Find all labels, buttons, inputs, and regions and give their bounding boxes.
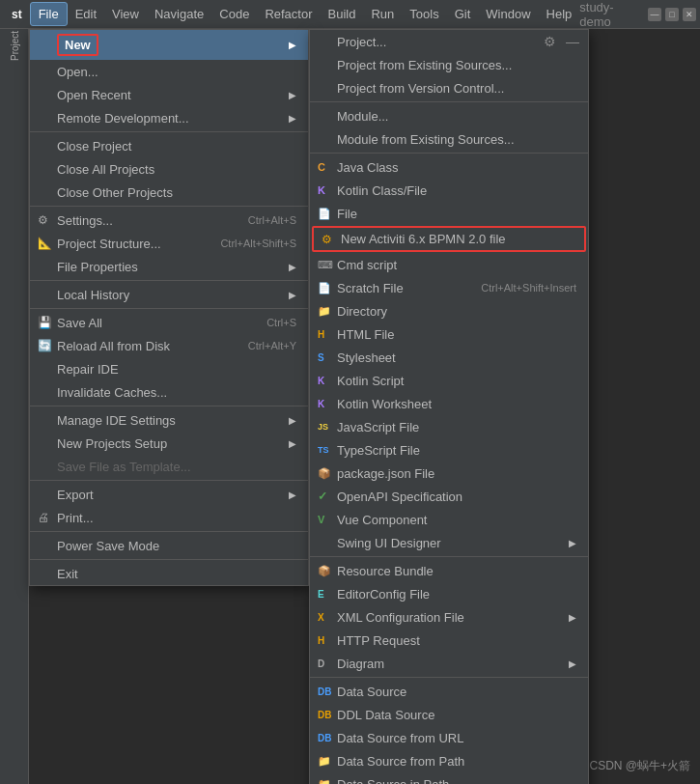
menu-window[interactable]: Window [478,3,538,25]
sub-separator-3 [310,556,588,557]
menu-code[interactable]: Code [211,3,257,25]
submenu-item-xml-config[interactable]: X XML Configuration File ▶ [310,605,588,629]
file-label: File [337,207,357,221]
menu-file[interactable]: File [30,2,68,26]
menu-item-reload-disk[interactable]: 🔄 Reload All from Disk Ctrl+Alt+Y [30,334,308,357]
maximize-button[interactable]: □ [665,8,679,21]
menu-item-power-save[interactable]: Power Save Mode [30,534,308,557]
file-properties-label: File Properties [57,260,138,274]
separator-7 [30,531,308,532]
bpmn-icon: ⚙ [322,233,332,246]
submenu-item-project-existing[interactable]: Project from Existing Sources... [310,53,588,76]
submenu-item-kotlin-script[interactable]: K Kotlin Script [310,369,588,392]
app-logo: st [4,4,30,25]
submenu-item-project[interactable]: Project... [310,30,588,53]
menu-item-invalidate-caches[interactable]: Invalidate Caches... [30,380,308,404]
submenu-item-resource-bundle[interactable]: 📦 Resource Bundle [310,559,588,582]
menu-run[interactable]: Run [363,3,402,25]
menu-git[interactable]: Git [447,3,479,25]
menu-build[interactable]: Build [321,3,364,25]
submenu-item-vue-component[interactable]: V Vue Component [310,508,588,531]
submenu-item-java-class[interactable]: C Java Class [310,155,588,179]
submenu-item-directory[interactable]: 📁 Directory [310,299,588,322]
swing-ui-arrow: ▶ [569,538,576,548]
menu-refactor[interactable]: Refactor [257,3,320,25]
submenu-item-module-existing[interactable]: Module from Existing Sources... [310,127,588,151]
menu-item-remote-dev[interactable]: Remote Development... ▶ [30,106,308,129]
reload-label: Reload All from Disk [57,339,170,353]
minimize-button[interactable]: — [648,8,661,21]
submenu-item-openapi[interactable]: ✓ OpenAPI Specification [310,485,588,508]
submenu-item-diagram[interactable]: D Diagram ▶ [310,652,588,675]
menu-item-print[interactable]: 🖨 Print... [30,506,308,529]
close-button[interactable]: ✕ [683,8,696,21]
menu-item-settings[interactable]: ⚙ Settings... Ctrl+Alt+S [30,209,308,232]
menu-item-new-projects-setup[interactable]: New Projects Setup ▶ [30,432,308,455]
submenu-item-package-json[interactable]: 📦 package.json File [310,462,588,485]
window-controls: — □ ✕ [648,8,696,21]
menu-item-new[interactable]: New ▶ [30,30,308,60]
submenu-item-html-file[interactable]: H HTML File [310,322,588,346]
submenu-item-scratch-file[interactable]: 📄 Scratch File Ctrl+Alt+Shift+Insert [310,276,588,299]
sidebar-project-icon[interactable]: Project [2,33,27,58]
submenu-item-project-vcs[interactable]: Project from Version Control... [310,76,588,99]
sub-separator-2 [310,153,588,154]
repair-label: Repair IDE [57,362,119,377]
submenu-item-file[interactable]: 📄 File [310,202,588,225]
editor-config-label: EditorConfig File [337,587,430,602]
menu-edit[interactable]: Edit [68,3,104,25]
submenu-item-editor-config[interactable]: E EditorConfig File [310,582,588,605]
menu-item-close-project[interactable]: Close Project [30,134,308,157]
menu-item-project-structure[interactable]: 📐 Project Structure... Ctrl+Alt+Shift+S [30,232,308,255]
menu-view[interactable]: View [104,3,147,25]
separator-8 [30,559,308,560]
menu-item-manage-ide[interactable]: Manage IDE Settings ▶ [30,408,308,432]
package-json-label: package.json File [337,466,434,481]
menu-navigate[interactable]: Navigate [147,3,211,25]
directory-label: Directory [337,304,387,319]
submenu-item-bpmn[interactable]: ⚙ New Activiti 6.x BPMN 2.0 file [312,226,586,252]
submenu-item-module[interactable]: Module... [310,104,588,127]
print-icon: 🖨 [38,511,49,524]
open-recent-arrow: ▶ [289,90,296,100]
menu-tools[interactable]: Tools [402,3,446,25]
submenu-item-data-source-in-path[interactable]: 📁 Data Source in Path [310,772,588,784]
save-all-label: Save All [57,316,102,330]
scratch-shortcut: Ctrl+Alt+Shift+Insert [481,282,576,294]
submenu-item-data-source-url[interactable]: DB Data Source from URL [310,726,588,749]
java-class-icon: C [318,161,325,173]
menu-item-close-all-projects[interactable]: Close All Projects [30,157,308,181]
submenu-item-data-source-path[interactable]: 📁 Data Source from Path [310,749,588,772]
menu-item-repair-ide[interactable]: Repair IDE [30,357,308,380]
file-menu-dropdown: New ▶ Open... Open Recent ▶ Remote Devel… [29,29,309,586]
menu-item-close-other-projects[interactable]: Close Other Projects [30,181,308,204]
submenu-item-typescript-file[interactable]: TS TypeScript File [310,438,588,462]
menu-item-open[interactable]: Open... [30,60,308,83]
resource-bundle-label: Resource Bundle [337,564,434,578]
menu-item-save-all[interactable]: 💾 Save All Ctrl+S [30,311,308,334]
save-all-shortcut: Ctrl+S [266,317,296,328]
project-structure-shortcut: Ctrl+Alt+Shift+S [220,238,296,249]
menu-item-exit[interactable]: Exit [30,562,308,585]
submenu-item-kotlin-class[interactable]: K Kotlin Class/File [310,179,588,202]
new-projects-label: New Projects Setup [57,436,167,451]
menu-item-local-history[interactable]: Local History ▶ [30,283,308,306]
submenu-item-stylesheet[interactable]: S Stylesheet [310,346,588,369]
sub-separator-4 [310,677,588,678]
print-label: Print... [57,511,94,525]
menu-help[interactable]: Help [539,3,580,25]
local-history-arrow: ▶ [289,290,296,300]
menu-item-open-recent[interactable]: Open Recent ▶ [30,83,308,106]
separator-6 [30,480,308,481]
menu-item-export[interactable]: Export ▶ [30,483,308,506]
submenu-item-ddl-data-source[interactable]: DB DDL Data Source [310,703,588,726]
submenu-item-http-request[interactable]: H HTTP Request [310,629,588,652]
submenu-item-javascript-file[interactable]: JS JavaScript File [310,415,588,438]
ts-icon: TS [318,445,329,455]
submenu-item-data-source[interactable]: DB Data Source [310,680,588,703]
submenu-item-kotlin-worksheet[interactable]: K Kotlin Worksheet [310,392,588,415]
menu-item-file-properties[interactable]: File Properties ▶ [30,255,308,278]
watermark: CSDN @蜗牛+火箭 [589,758,690,774]
submenu-item-cmd-script[interactable]: ⌨ Cmd script [310,253,588,276]
module-label: Module... [337,109,388,124]
